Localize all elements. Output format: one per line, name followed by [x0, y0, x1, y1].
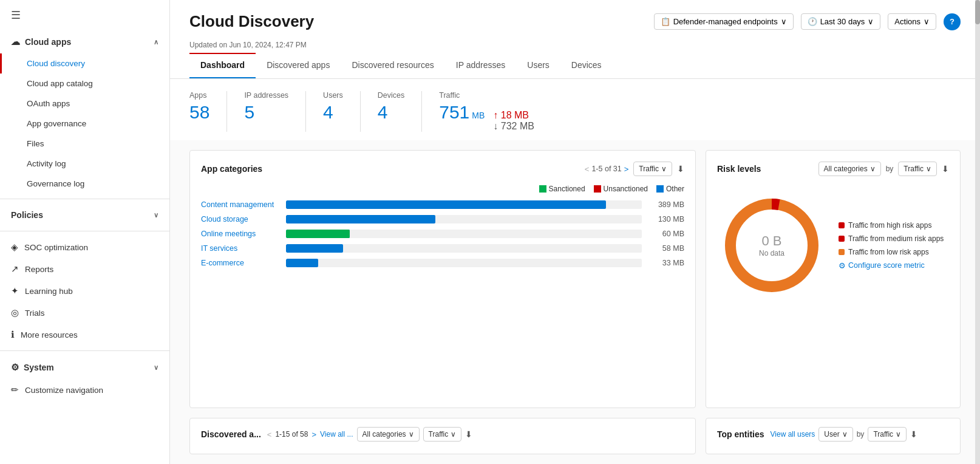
bar-label-4[interactable]: E-commerce [201, 259, 280, 267]
sidebar-item-oauth-apps[interactable]: OAuth apps [0, 94, 169, 114]
learning-hub-label: Learning hub [25, 287, 73, 296]
other-color [656, 185, 664, 193]
view-all-link[interactable]: View all ... [320, 430, 353, 438]
sidebar-item-activity-log[interactable]: Activity log [0, 154, 169, 174]
scrollbar-thumb [975, 0, 980, 24]
tab-discovered-apps[interactable]: Discovered apps [256, 53, 341, 78]
risk-traffic-chevron-icon: ∨ [926, 165, 931, 173]
hamburger-menu[interactable]: ☰ [0, 0, 169, 30]
risk-download-btn[interactable]: ⬇ [942, 164, 949, 174]
by-label: by [886, 165, 894, 173]
soc-label: SOC optimization [24, 243, 88, 252]
bar-value-4: 33 MB [648, 259, 684, 267]
pagination-info: < 1-5 of 31 > [585, 165, 629, 174]
cloud-apps-chevron: ∧ [154, 38, 158, 46]
tab-dashboard[interactable]: Dashboard [189, 53, 256, 78]
configure-score-metric-link[interactable]: ⚙ Configure score metric [839, 261, 944, 270]
stat-devices: Devices 4 [378, 91, 422, 132]
app-categories-download-btn[interactable]: ⬇ [677, 164, 684, 174]
entities-download-btn[interactable]: ⬇ [910, 429, 917, 439]
tab-discovered-resources[interactable]: Discovered resources [341, 53, 444, 78]
actions-dropdown[interactable]: Actions ∨ [888, 13, 936, 30]
legend-other: Other [656, 185, 684, 193]
sidebar-item-customize-nav[interactable]: ✏ Customize navigation [0, 379, 169, 401]
cloud-icon: ☁ [11, 36, 20, 47]
legend-sanctioned: Sanctioned [539, 185, 585, 193]
disc-traffic-dropdown[interactable]: Traffic ∨ [423, 427, 462, 442]
main-content: Cloud Discovery 📋 Defender-managed endpo… [170, 0, 980, 464]
discovered-apps-header: Discovered a... < 1-15 of 58 > View all … [201, 427, 684, 442]
view-all-users-link[interactable]: View all users [771, 430, 815, 438]
reports-label: Reports [25, 265, 53, 274]
bar-track-3 [286, 244, 642, 253]
disc-categories-dropdown[interactable]: All categories ∨ [357, 427, 420, 442]
users-label: Users [323, 91, 343, 100]
users-value: 4 [323, 102, 343, 123]
help-button[interactable]: ? [944, 13, 961, 30]
sidebar-item-soc[interactable]: ◈ SOC optimization [0, 236, 169, 258]
tab-users[interactable]: Users [516, 53, 560, 78]
disc-next-btn[interactable]: > [311, 430, 316, 439]
policies-chevron: ∨ [154, 211, 158, 219]
traffic-unit: MB [472, 111, 485, 120]
time-icon: 🕐 [808, 17, 817, 26]
updated-timestamp: Updated on Jun 10, 2024, 12:47 PM [170, 37, 980, 53]
stat-ip: IP addresses 5 [244, 91, 306, 132]
traffic-down: ↓ 732 MB [493, 121, 534, 132]
sidebar-item-reports[interactable]: ↗ Reports [0, 258, 169, 280]
time-dropdown[interactable]: 🕐 Last 30 days ∨ [801, 13, 881, 30]
entities-traffic-dropdown[interactable]: Traffic ∨ [868, 427, 907, 442]
bar-track-0 [286, 200, 642, 209]
policies-label: Policies [11, 210, 43, 220]
discovered-apps-title: Discovered a... [201, 429, 261, 439]
app-categories-card: App categories < 1-5 of 31 > Traffic ∨ ⬇ [189, 150, 696, 408]
tab-devices[interactable]: Devices [560, 53, 613, 78]
devices-value: 4 [378, 102, 404, 123]
sidebar-item-app-governance[interactable]: App governance [0, 114, 169, 134]
bar-track-4 [286, 259, 642, 267]
legend-medium-risk: Traffic from medium risk apps [839, 234, 944, 243]
next-page-btn[interactable]: > [624, 165, 629, 174]
bar-label-3[interactable]: IT services [201, 244, 280, 253]
bar-fill-1 [286, 215, 435, 223]
bar-label-2[interactable]: Online meetings [201, 230, 280, 238]
stats-bar: Apps 58 IP addresses 5 Users 4 Devices 4… [170, 79, 980, 140]
user-dropdown[interactable]: User ∨ [818, 427, 852, 442]
sidebar-item-more-resources[interactable]: ℹ More resources [0, 324, 169, 346]
unsanctioned-color [594, 185, 601, 193]
sidebar-item-governance-log[interactable]: Governance log [0, 174, 169, 194]
traffic-main: 751 [439, 102, 469, 123]
endpoints-dropdown[interactable]: 📋 Defender-managed endpoints ∨ [654, 13, 794, 30]
bar-value-2: 60 MB [648, 230, 684, 238]
bar-label-0[interactable]: Content management [201, 200, 280, 209]
system-chevron: ∨ [154, 364, 158, 372]
sidebar-item-trials[interactable]: ◎ Trials [0, 302, 169, 324]
disc-traffic-chevron: ∨ [451, 430, 456, 438]
sidebar-item-files[interactable]: Files [0, 134, 169, 154]
bar-row-3: IT services 58 MB [201, 244, 684, 253]
app-categories-traffic-dropdown[interactable]: Traffic ∨ [633, 162, 672, 176]
customize-icon: ✏ [11, 384, 19, 395]
sidebar-item-cloud-discovery[interactable]: Cloud discovery [0, 53, 169, 73]
risk-levels-controls: All categories ∨ by Traffic ∨ ⬇ [818, 162, 949, 176]
policies-section[interactable]: Policies ∨ [0, 204, 169, 226]
bar-label-1[interactable]: Cloud storage [201, 215, 280, 223]
traffic-label: Traffic [439, 91, 534, 100]
legend-low-risk: Traffic from low risk apps [839, 248, 944, 256]
trials-label: Trials [25, 309, 45, 318]
sidebar-item-cloud-app-catalog[interactable]: Cloud app catalog [0, 73, 169, 94]
page-header: Cloud Discovery 📋 Defender-managed endpo… [170, 0, 980, 37]
sidebar-item-learning-hub[interactable]: ✦ Learning hub [0, 280, 169, 302]
risk-categories-dropdown[interactable]: All categories ∨ [818, 162, 881, 176]
risk-traffic-dropdown[interactable]: Traffic ∨ [898, 162, 937, 176]
cloud-apps-section[interactable]: ☁ Cloud apps ∧ [0, 30, 169, 53]
ip-label: IP addresses [244, 91, 288, 100]
system-label: System [24, 363, 54, 372]
disc-prev-btn[interactable]: < [267, 430, 272, 439]
legend-high-risk: Traffic from high risk apps [839, 221, 944, 230]
prev-page-btn[interactable]: < [585, 165, 590, 174]
bar-row-2: Online meetings 60 MB [201, 230, 684, 238]
system-section[interactable]: ⚙ System ∨ [0, 356, 169, 379]
disc-download-btn[interactable]: ⬇ [465, 429, 472, 439]
tab-ip-addresses[interactable]: IP addresses [445, 53, 516, 78]
